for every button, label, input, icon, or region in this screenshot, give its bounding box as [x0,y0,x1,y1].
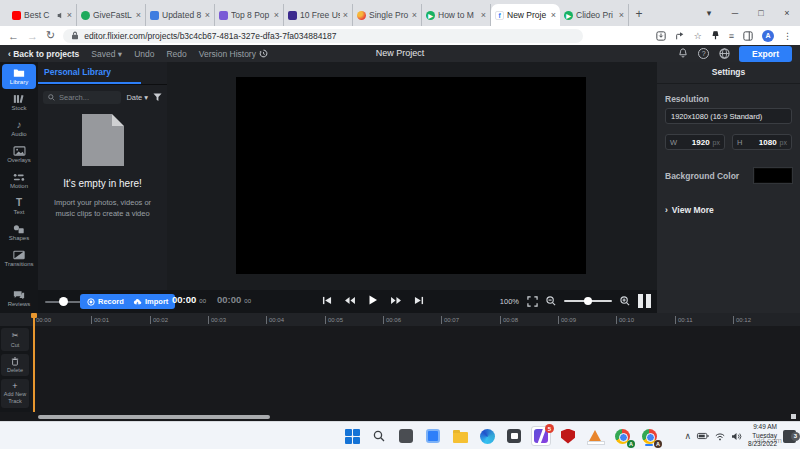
tab-clideo[interactable]: ▶ Clideo Pri × [560,4,629,26]
tab-close-icon[interactable]: × [136,10,141,20]
extension-pin-icon[interactable] [711,31,720,40]
taskbar-search-button[interactable] [369,426,389,446]
tab-close-icon[interactable]: × [67,10,72,20]
side-panel-icon[interactable] [743,31,753,41]
tab-close-icon[interactable]: × [481,10,486,20]
notification-center-button[interactable]: 3 [783,430,796,443]
tray-chevron-up-icon[interactable]: ∧ [684,431,691,441]
widgets-button[interactable] [423,426,443,446]
skip-start-icon[interactable] [323,296,332,305]
zoom-out-icon[interactable] [546,296,556,306]
tab-search-chevron-icon[interactable]: ▾ [696,8,722,18]
width-field[interactable]: W 1920 px [665,134,725,150]
tab-top8[interactable]: Top 8 Pop × [215,4,284,26]
project-title[interactable]: New Project [376,45,425,62]
play-icon[interactable] [369,295,378,305]
microsoft-store-button[interactable] [504,426,524,446]
nav-forward-icon[interactable]: → [27,30,38,42]
sidebar-item-shapes[interactable]: Shapes [2,220,36,245]
browser-menu-icon[interactable]: ⋮ [783,31,792,41]
speaker-icon[interactable] [731,432,742,441]
new-tab-button[interactable]: + [629,4,649,24]
battery-icon[interactable] [697,432,709,440]
saved-status-dropdown[interactable]: Saved ▾ [91,49,122,59]
filter-funnel-icon[interactable] [153,93,162,102]
sidebar-item-overlays[interactable]: Overlays [2,142,36,167]
tab-10free[interactable]: 10 Free Us × [284,4,353,26]
sidebar-item-transitions[interactable]: Transitions [2,246,36,271]
start-button[interactable] [342,426,362,446]
tab-close-icon[interactable]: × [412,10,417,20]
tab-howto[interactable]: ▶ How to M × [422,4,491,26]
profile-avatar[interactable]: A [762,30,774,42]
add-new-track-tool[interactable]: + Add New Track [1,379,29,407]
timeline-ruler[interactable]: 00:00 00:01 00:02 00:03 00:04 00:05 00:0… [0,313,800,326]
notifications-bell-icon[interactable] [677,48,689,60]
record-button[interactable]: Record [80,294,131,309]
personal-library-tab[interactable]: Personal Library [44,67,111,77]
timeline-tracks-area[interactable] [0,326,800,412]
nav-back-icon[interactable]: ← [8,30,19,42]
back-to-projects-link[interactable]: ‹ Back to projects [8,49,79,59]
undo-button[interactable]: Undo [134,49,154,59]
sidebar-item-reviews[interactable]: Reviews [2,286,36,311]
export-button[interactable]: Export [739,46,792,62]
version-history-button[interactable]: Version History [199,49,268,59]
vlc-button[interactable] [585,426,605,446]
taskbar-clock[interactable]: 9:49 AM Tuesday 8/23/2022 [748,423,777,448]
task-view-button[interactable] [396,426,416,446]
search-input[interactable]: Search... [43,91,121,104]
language-globe-icon[interactable] [718,48,730,60]
install-icon[interactable] [656,31,666,41]
maximize-button[interactable]: □ [748,8,774,18]
sidebar-item-stock[interactable]: Stock [2,90,36,115]
chrome-profile2-button[interactable]: A [639,426,659,446]
tab-close-icon[interactable]: × [619,10,624,20]
minimize-button[interactable]: ─ [722,8,748,18]
tab-best[interactable]: Best C × [8,4,77,26]
playhead-handle[interactable] [31,313,37,318]
tab-close-icon[interactable]: × [551,10,556,20]
edge-button[interactable] [477,426,497,446]
video-preview[interactable] [236,77,586,274]
tab-givefast[interactable]: GiveFastL × [77,4,146,26]
tab-updated[interactable]: Updated 8 × [146,4,215,26]
zoom-in-icon[interactable] [620,296,630,306]
tab-new-project-active[interactable]: f New Proje × [491,4,560,26]
close-window-button[interactable]: × [774,8,800,18]
bookmark-star-icon[interactable]: ☆ [694,31,702,41]
date-sort-dropdown[interactable]: Date▾ [126,93,148,102]
reload-icon[interactable]: ↻ [46,29,55,42]
fast-forward-icon[interactable] [391,296,402,305]
zoom-slider-knob[interactable] [584,297,592,305]
video-app-button[interactable]: 5 [531,426,551,446]
background-color-swatch[interactable] [754,168,792,183]
height-field[interactable]: H 1080 px [732,134,792,150]
share-icon[interactable] [675,31,685,41]
timeline-zoom-slider[interactable] [564,294,612,308]
panel-resize-bars[interactable] [638,294,651,308]
file-explorer-button[interactable] [450,426,470,446]
sidebar-item-motion[interactable]: Motion [2,168,36,193]
import-button[interactable]: Import [126,294,175,309]
playhead[interactable] [33,313,35,412]
sidebar-item-text[interactable]: T Text [2,194,36,219]
network-icon[interactable] [715,432,725,441]
sidebar-item-audio[interactable]: ♪ Audio [2,116,36,141]
view-more-toggle[interactable]: › View More [665,205,792,215]
reading-list-icon[interactable]: ≡ [729,31,734,41]
fullscreen-icon[interactable] [527,296,538,307]
chrome-profile1-button[interactable]: A [612,426,632,446]
delete-tool[interactable]: Delete [1,354,29,376]
tab-close-icon[interactable]: × [343,10,348,20]
preview-zoom-level[interactable]: 100% [500,297,519,306]
horizontal-scrollbar[interactable] [38,415,270,419]
omnibox[interactable]: editor.flixier.com/projects/b3c4cb67-481… [63,29,583,43]
redo-button[interactable]: Redo [166,49,186,59]
cut-tool[interactable]: ✂ Cut [1,328,29,351]
tab-audio-icon[interactable] [57,12,64,19]
tab-single[interactable]: Single Pro × [353,4,422,26]
resolution-select[interactable]: 1920x1080 (16:9 Standard) [665,108,792,124]
rewind-icon[interactable] [345,296,356,305]
volume-slider-knob[interactable] [59,297,68,306]
